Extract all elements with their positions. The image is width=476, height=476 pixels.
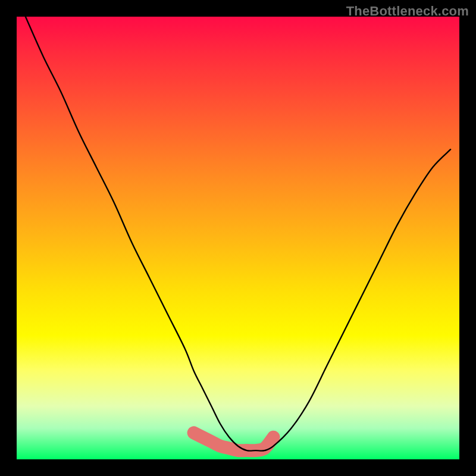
bottleneck-curve-path: [26, 17, 450, 451]
chart-frame: TheBottleneck.com: [0, 0, 476, 476]
plot-area: [17, 17, 459, 459]
chart-svg: [17, 17, 459, 459]
watermark-text: TheBottleneck.com: [346, 4, 469, 19]
